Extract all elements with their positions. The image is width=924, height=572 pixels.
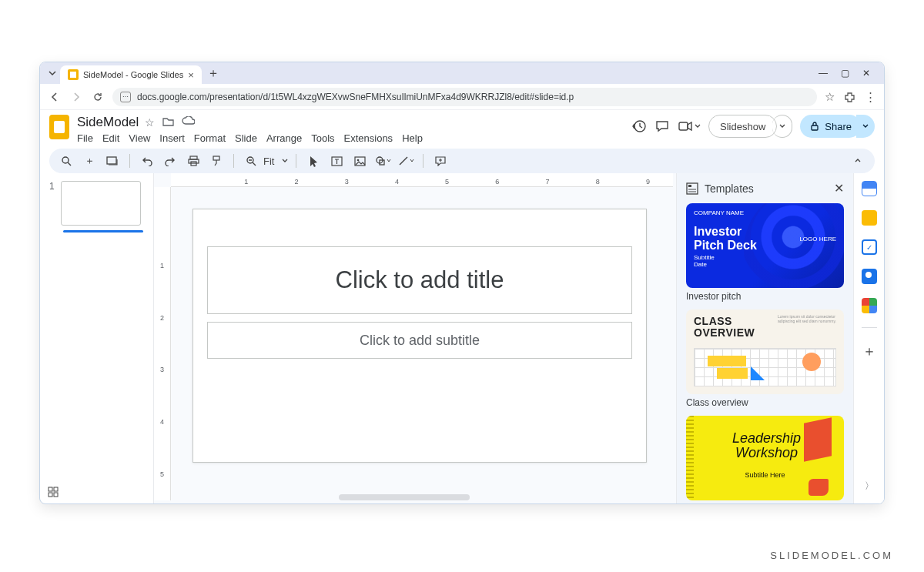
zoom-level[interactable]: Fit [263,156,274,167]
nav-forward-button[interactable] [69,90,83,104]
svg-rect-8 [213,156,219,160]
svg-point-12 [357,159,360,161]
template-item[interactable]: COMPANY NAME InvestorPitch Deck Subtitle… [686,203,844,302]
templates-panel: Templates ✕ COMPANY NAME InvestorPitch D… [676,173,853,503]
filmstrip: 1 [40,173,154,503]
main-area: 1 123456789 12345 Click to add title Cli… [40,173,884,503]
cloud-status-icon[interactable] [182,116,195,129]
ruler-horizontal: 123456789 [171,173,673,187]
slideshow-menu-button[interactable] [772,115,792,138]
window-minimize-button[interactable]: — [818,68,829,79]
browser-window: SideModel - Google Slides × ＋ — ▢ ✕ ⋯ do… [39,62,885,504]
nav-back-button[interactable] [48,90,62,104]
slides-favicon-icon [68,69,79,80]
canvas-area: 123456789 12345 Click to add title Click… [154,173,676,503]
undo-button[interactable] [138,152,156,170]
menu-slide[interactable]: Slide [235,132,257,144]
site-info-icon[interactable]: ⋯ [120,92,131,102]
svg-rect-20 [688,185,691,187]
svg-rect-1 [679,122,688,130]
ruler-vertical: 12345 [154,187,171,500]
new-tab-button[interactable]: ＋ [205,65,222,82]
slideshow-button[interactable]: Slideshow [708,115,777,138]
window-controls: — ▢ ✕ [818,68,879,79]
menu-extensions[interactable]: Extensions [344,132,393,144]
slide-thumbnail[interactable] [61,181,141,226]
comments-icon[interactable] [654,119,670,134]
slides-header: SideModel ☆ File Edit View Insert Format… [40,110,884,144]
select-tool-button[interactable] [304,152,323,170]
omnibox[interactable]: ⋯ docs.google.com/presentation/d/1t5WL4x… [112,88,817,106]
tasks-icon[interactable] [862,239,877,255]
menu-format[interactable]: Format [194,132,226,144]
chevron-down-icon[interactable] [282,158,288,164]
star-icon[interactable]: ☆ [145,116,155,129]
image-button[interactable] [350,152,369,170]
slide-canvas[interactable]: Click to add title Click to add subtitle [192,209,647,463]
move-icon[interactable] [162,116,174,129]
menu-insert[interactable]: Insert [159,132,185,144]
watermark: SLIDEMODEL.COM [770,550,893,561]
side-panel-rail: ＋ 〉 [853,173,884,503]
new-slide-button[interactable]: ＋ [80,152,99,170]
template-item[interactable]: LeadershipWorkshop Subtitle Here Worksho… [686,416,844,503]
svg-rect-5 [190,156,197,159]
meet-icon[interactable] [678,120,701,132]
browser-tab[interactable]: SideModel - Google Slides × [60,65,202,84]
url-text: docs.google.com/presentation/d/1t5WL4xzg… [137,92,574,102]
comment-button[interactable] [431,152,450,170]
browser-menu-icon[interactable]: ⋮ [865,90,876,104]
svg-rect-2 [812,125,818,130]
tab-strip: SideModel - Google Slides × ＋ — ▢ ✕ [40,62,884,84]
keep-icon[interactable] [862,210,877,226]
paint-format-button[interactable] [207,152,226,170]
subtitle-placeholder[interactable]: Click to add subtitle [207,322,632,359]
slides-logo-icon [49,115,69,139]
tab-title: SideModel - Google Slides [83,70,183,79]
window-close-button[interactable]: ✕ [861,68,872,79]
new-slide-menu-button[interactable] [103,152,122,170]
menu-view[interactable]: View [129,132,150,144]
contacts-icon[interactable] [862,269,877,284]
svg-rect-18 [54,493,58,497]
line-button[interactable] [397,152,415,170]
horizontal-scrollbar[interactable] [339,494,470,500]
extensions-icon[interactable] [844,91,855,102]
calendar-icon[interactable] [862,181,877,196]
bookmark-icon[interactable]: ☆ [825,90,835,104]
share-menu-button[interactable] [856,115,875,138]
menu-help[interactable]: Help [402,132,423,144]
addons-button[interactable]: ＋ [862,342,876,360]
svg-rect-16 [54,487,58,491]
shape-button[interactable] [373,152,392,170]
title-placeholder[interactable]: Click to add title [207,246,632,314]
svg-rect-17 [49,493,52,497]
menu-bar: File Edit View Insert Format Slide Arran… [77,132,423,144]
print-button[interactable] [184,152,203,170]
window-maximize-button[interactable]: ▢ [839,68,850,79]
toolbar: ＋ Fit [49,149,875,173]
menu-tools[interactable]: Tools [311,132,334,144]
collapse-toolbar-button[interactable] [849,152,867,170]
maps-icon[interactable] [862,298,877,313]
grid-view-button[interactable] [48,487,59,497]
menu-file[interactable]: File [77,132,93,144]
slide-number: 1 [49,181,55,226]
document-title[interactable]: SideModel [77,115,139,130]
tab-close-button[interactable]: × [188,69,194,81]
zoom-icon[interactable] [242,152,260,170]
template-item[interactable]: CLASSOVERVIEW Lorem ipsum sit dolor cons… [686,309,844,408]
side-panel-collapse-button[interactable]: 〉 [865,480,874,493]
active-slide-indicator [63,230,143,232]
menu-edit[interactable]: Edit [102,132,119,144]
lock-icon [809,121,820,132]
nav-reload-button[interactable] [91,90,105,104]
search-menus-icon[interactable] [57,152,75,170]
tab-search-button[interactable] [45,65,60,81]
templates-close-button[interactable]: ✕ [834,181,844,196]
textbox-button[interactable] [327,152,346,170]
menu-arrange[interactable]: Arrange [266,132,302,144]
redo-button[interactable] [161,152,179,170]
share-button[interactable]: Share [800,115,861,138]
history-icon[interactable] [631,119,647,134]
